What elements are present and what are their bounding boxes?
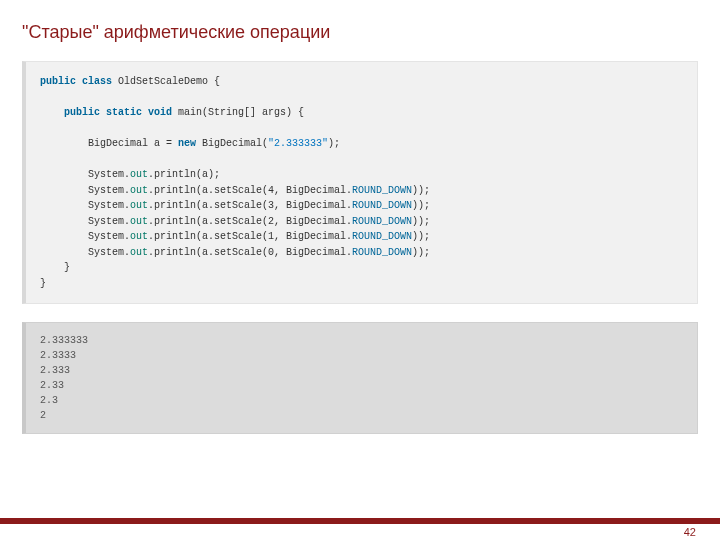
code-text: ));: [412, 231, 430, 242]
code-text: }: [40, 262, 70, 273]
code-text: }: [40, 278, 46, 289]
code-text: System.: [40, 169, 130, 180]
code-text: .println(a.setScale(0, BigDecimal.: [148, 247, 352, 258]
code-block: public class OldSetScaleDemo { public st…: [22, 61, 698, 304]
enum-constant: ROUND_DOWN: [352, 216, 412, 227]
code-text: OldSetScaleDemo {: [112, 76, 220, 87]
slide-title: "Старые" арифметические операции: [0, 0, 720, 43]
code-text: .println(a.setScale(1, BigDecimal.: [148, 231, 352, 242]
code-text: .println(a.setScale(4, BigDecimal.: [148, 185, 352, 196]
code-text: ));: [412, 247, 430, 258]
string-literal: "2.333333": [268, 138, 328, 149]
field: out: [130, 169, 148, 180]
code-text: .println(a.setScale(3, BigDecimal.: [148, 200, 352, 211]
code-text: .println(a.setScale(2, BigDecimal.: [148, 216, 352, 227]
code-text: System.: [40, 185, 130, 196]
field: out: [130, 216, 148, 227]
keyword: public: [64, 107, 100, 118]
code-text: ));: [412, 216, 430, 227]
page-number: 42: [684, 526, 696, 538]
keyword: static: [106, 107, 142, 118]
enum-constant: ROUND_DOWN: [352, 247, 412, 258]
code-text: System.: [40, 231, 130, 242]
keyword: public: [40, 76, 76, 87]
keyword: void: [148, 107, 172, 118]
code-text: ));: [412, 200, 430, 211]
code-text: .println(a);: [148, 169, 220, 180]
enum-constant: ROUND_DOWN: [352, 200, 412, 211]
output-block: 2.333333 2.3333 2.333 2.33 2.3 2: [22, 322, 698, 434]
enum-constant: ROUND_DOWN: [352, 231, 412, 242]
keyword: class: [82, 76, 112, 87]
code-text: BigDecimal a =: [40, 138, 178, 149]
code-text: System.: [40, 247, 130, 258]
code-text: System.: [40, 200, 130, 211]
field: out: [130, 185, 148, 196]
field: out: [130, 200, 148, 211]
keyword: new: [178, 138, 196, 149]
code-text: System.: [40, 216, 130, 227]
code-text: main(String[] args) {: [172, 107, 304, 118]
field: out: [130, 247, 148, 258]
field: out: [130, 231, 148, 242]
enum-constant: ROUND_DOWN: [352, 185, 412, 196]
footer-bar: [0, 518, 720, 524]
code-text: ));: [412, 185, 430, 196]
code-text: BigDecimal(: [196, 138, 268, 149]
code-text: );: [328, 138, 340, 149]
